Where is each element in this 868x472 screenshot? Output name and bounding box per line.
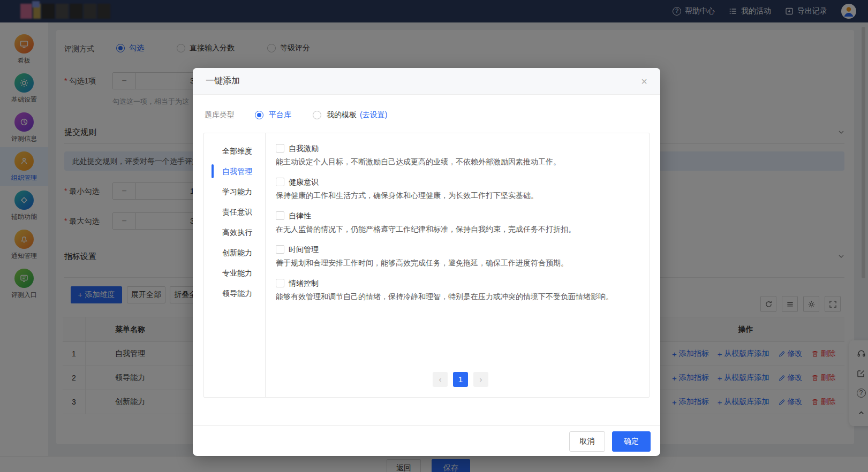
indicator-desc: 善于规划和合理安排工作时间，能够高效完成任务，避免拖延，确保工作进度符合预期。 <box>276 257 636 268</box>
indicator-checkbox[interactable] <box>276 178 284 186</box>
indicator-item: 自我激励 能主动设定个人目标，不断激励自己达成更高的业绩，不依赖外部激励因素推动… <box>276 143 636 167</box>
radio-platform-bank[interactable] <box>255 111 263 119</box>
indicator-checkbox[interactable] <box>276 144 284 153</box>
indicator-checkbox[interactable] <box>276 211 284 220</box>
indicator-title: 健康意识 <box>289 177 319 187</box>
indicator-item: 自律性 在无人监督的情况下，仍能严格遵守工作纪律和标准，保持自我约束，完成任务不… <box>276 210 636 234</box>
indicator-item: 情绪控制 能够有效管理和调节自己的情绪，保持冷静和理智，特别是在压力或冲突的情境… <box>276 278 636 302</box>
indicator-desc: 能主动设定个人目标，不断激励自己达成更高的业绩，不依赖外部激励因素推动工作。 <box>276 156 636 167</box>
tab-efficient-execution[interactable]: 高效执行 <box>204 222 265 242</box>
cancel-button[interactable]: 取消 <box>569 431 605 452</box>
tab-self-management[interactable]: 自我管理 <box>204 161 265 181</box>
dialog-footer: 取消 确定 <box>193 425 660 456</box>
tab-professional[interactable]: 专业能力 <box>204 263 265 283</box>
indicator-item: 时间管理 善于规划和合理安排工作时间，能够高效完成任务，避免拖延，确保工作进度符… <box>276 244 636 268</box>
tab-innovation[interactable]: 创新能力 <box>204 242 265 263</box>
indicator-desc: 能够有效管理和调节自己的情绪，保持冷静和理智，特别是在压力或冲突的情境下不受负面… <box>276 291 636 302</box>
current-page-button[interactable]: 1 <box>453 372 468 387</box>
radio-my-template-label: 我的模板 <box>327 110 357 120</box>
indicator-title: 情绪控制 <box>289 278 319 288</box>
bank-type-label: 题库类型 <box>205 110 235 120</box>
indicator-list: 自我激励 能主动设定个人目标，不断激励自己达成更高的业绩，不依赖外部激励因素推动… <box>266 133 649 397</box>
tab-learning-ability[interactable]: 学习能力 <box>204 181 265 202</box>
go-settings-link[interactable]: (去设置) <box>360 110 387 120</box>
confirm-button[interactable]: 确定 <box>612 431 651 452</box>
indicator-checkbox[interactable] <box>276 279 284 287</box>
dimension-picker-panel: 全部维度 自我管理 学习能力 责任意识 高效执行 创新能力 专业能力 领导能力 … <box>203 133 650 398</box>
indicator-title: 自律性 <box>289 210 311 221</box>
pagination: ‹ 1 › <box>433 372 488 387</box>
tab-all-dimensions[interactable]: 全部维度 <box>204 141 265 161</box>
tab-responsibility[interactable]: 责任意识 <box>204 202 265 222</box>
indicator-desc: 保持健康的工作和生活方式，确保身体和心理健康，为长效工作打下坚实基础。 <box>276 190 636 201</box>
indicator-item: 健康意识 保持健康的工作和生活方式，确保身体和心理健康，为长效工作打下坚实基础。 <box>276 177 636 201</box>
dimension-tabs: 全部维度 自我管理 学习能力 责任意识 高效执行 创新能力 专业能力 领导能力 <box>204 133 266 397</box>
one-click-add-dialog: 一键添加 × 题库类型 平台库 我的模板 (去设置) 全部维度 自我管理 学习能… <box>193 68 660 456</box>
radio-my-template[interactable] <box>313 111 321 119</box>
indicator-title: 自我激励 <box>289 143 319 154</box>
dialog-header: 一键添加 <box>193 68 660 95</box>
prev-page-button[interactable]: ‹ <box>433 372 448 387</box>
close-dialog-button[interactable]: × <box>638 75 651 88</box>
indicator-title: 时间管理 <box>289 244 319 255</box>
next-page-button[interactable]: › <box>473 372 488 387</box>
indicator-checkbox[interactable] <box>276 245 284 254</box>
tab-leadership[interactable]: 领导能力 <box>204 283 265 303</box>
radio-platform-bank-label: 平台库 <box>269 110 291 120</box>
bank-type-row: 题库类型 平台库 我的模板 (去设置) <box>205 110 387 120</box>
dialog-title: 一键添加 <box>206 75 240 87</box>
indicator-desc: 在无人监督的情况下，仍能严格遵守工作纪律和标准，保持自我约束，完成任务不打折扣。 <box>276 224 636 234</box>
